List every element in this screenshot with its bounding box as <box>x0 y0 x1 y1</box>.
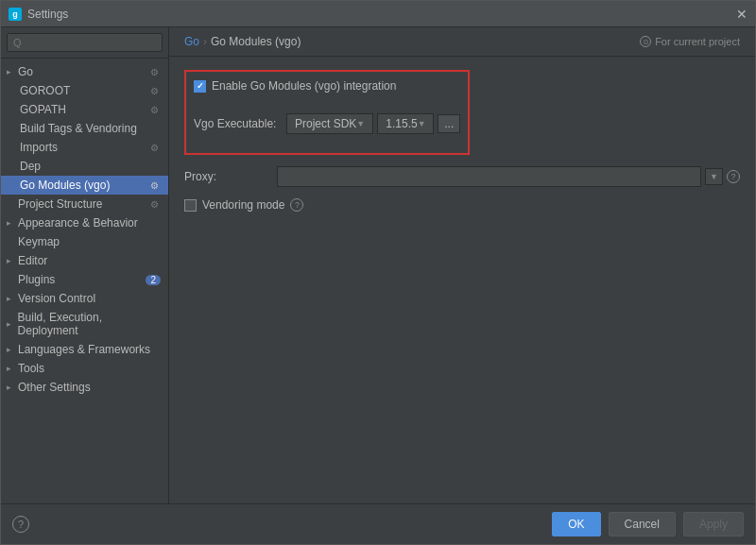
search-input[interactable] <box>7 33 163 52</box>
sidebar-label-appearance: Appearance & Behavior <box>18 216 138 230</box>
go-modules-settings-icon: ⚙ <box>147 179 161 192</box>
vc-caret: ▸ <box>7 294 18 303</box>
sidebar-item-keymap[interactable]: Keymap <box>1 232 168 251</box>
sidebar-item-other-settings[interactable]: ▸ Other Settings <box>1 378 168 397</box>
vendoring-row: Vendoring mode ? <box>184 198 740 212</box>
editor-caret: ▸ <box>7 256 18 265</box>
sidebar-label-go-modules: Go Modules (vgo) <box>20 179 110 192</box>
sidebar-item-goroot[interactable]: GOROOT ⚙ <box>1 81 168 100</box>
sidebar-item-project-structure[interactable]: Project Structure ⚙ <box>1 195 168 213</box>
highlighted-section: Enable Go Modules (vgo) integration Vgo … <box>184 70 470 155</box>
appearance-caret: ▸ <box>7 218 18 228</box>
vgo-dots-button[interactable]: ... <box>438 114 460 133</box>
proxy-wrapper: ▼ ? <box>277 166 740 187</box>
sidebar-item-languages[interactable]: ▸ Languages & Frameworks <box>1 340 168 359</box>
proxy-arrow: ▼ <box>710 172 718 181</box>
search-box <box>1 27 168 59</box>
for-current-label: For current project <box>655 36 740 47</box>
bottom-right: OK Cancel Apply <box>552 512 744 536</box>
vgo-executable-wrapper: Project SDK ▼ 1.15.5 ▼ ... <box>286 113 460 134</box>
goroot-settings-icon: ⚙ <box>147 84 161 97</box>
sidebar-label-vc: Version Control <box>18 292 95 305</box>
sidebar-label-keymap: Keymap <box>18 235 60 248</box>
sidebar-item-build-tags[interactable]: Build Tags & Vendoring <box>1 119 168 138</box>
for-current-project: ⊙ For current project <box>640 36 740 47</box>
breadcrumb: Go › Go Modules (vgo) ⊙ For current proj… <box>169 27 755 57</box>
imports-settings-icon: ⚙ <box>147 141 161 154</box>
breadcrumb-separator: › <box>203 35 207 48</box>
sidebar-item-tools[interactable]: ▸ Tools <box>1 359 168 378</box>
title-bar-left: g Settings <box>9 8 68 21</box>
vgo-dropdown-arrow: ▼ <box>356 119 365 128</box>
vendoring-label: Vendoring mode <box>202 198 284 212</box>
enable-modules-checkbox[interactable] <box>194 80 206 93</box>
sidebar-item-plugins[interactable]: Plugins 2 <box>1 270 168 289</box>
cancel-button[interactable]: Cancel <box>609 512 676 536</box>
close-button[interactable]: ✕ <box>736 8 747 21</box>
sidebar-label-goroot: GOROOT <box>20 84 70 97</box>
sidebar-label-build-tags: Build Tags & Vendoring <box>20 122 137 135</box>
ok-button[interactable]: OK <box>552 512 600 536</box>
sidebar-label-plugins: Plugins <box>18 273 55 286</box>
vendoring-checkbox[interactable] <box>184 199 197 212</box>
proxy-dropdown[interactable]: ▼ <box>705 168 723 185</box>
proxy-input[interactable] <box>277 166 701 187</box>
other-caret: ▸ <box>7 383 18 392</box>
sidebar-label-go: Go <box>18 65 33 78</box>
gopath-settings-icon: ⚙ <box>147 103 161 116</box>
vgo-executable-label: Vgo Executable: <box>194 117 279 130</box>
sidebar-item-gopath[interactable]: GOPATH ⚙ <box>1 100 168 119</box>
sidebar-item-build-exec[interactable]: ▸ Build, Execution, Deployment <box>1 308 168 340</box>
sidebar-item-imports[interactable]: Imports ⚙ <box>1 138 168 157</box>
breadcrumb-current: Go Modules (vgo) <box>211 35 301 48</box>
apply-button[interactable]: Apply <box>683 512 744 536</box>
go-settings-icon: ⚙ <box>147 65 161 78</box>
sidebar-label-gopath: GOPATH <box>20 103 66 116</box>
vgo-version-dropdown[interactable]: 1.15.5 ▼ <box>377 113 434 134</box>
sidebar-item-appearance[interactable]: ▸ Appearance & Behavior <box>1 213 168 232</box>
help-button[interactable]: ? <box>12 516 29 533</box>
for-current-icon: ⊙ <box>640 36 651 47</box>
sidebar-label-editor: Editor <box>18 254 47 267</box>
sidebar-item-go-modules[interactable]: Go Modules (vgo) ⚙ <box>1 176 168 195</box>
sidebar-label-project-structure: Project Structure <box>18 197 102 211</box>
main-content: ▸ Go ⚙ GOROOT ⚙ GOPATH ⚙ Build Tags & Ve… <box>1 27 755 503</box>
bottom-left: ? <box>12 516 29 533</box>
settings-dialog: g Settings ✕ ▸ Go ⚙ GOROOT ⚙ <box>0 0 756 545</box>
app-icon: g <box>9 8 22 21</box>
version-dropdown-arrow: ▼ <box>418 119 426 128</box>
bottom-bar: ? OK Cancel Apply <box>1 503 755 544</box>
vendoring-help-icon[interactable]: ? <box>290 198 303 212</box>
sidebar-item-editor[interactable]: ▸ Editor <box>1 251 168 270</box>
tools-caret: ▸ <box>7 364 18 373</box>
sidebar-label-imports: Imports <box>20 141 58 154</box>
proxy-row: Proxy: ▼ ? <box>184 166 740 187</box>
title-bar: g Settings ✕ <box>1 1 755 27</box>
sidebar-label-other-settings: Other Settings <box>18 381 91 394</box>
proxy-label: Proxy: <box>184 170 269 183</box>
vgo-executable-row: Vgo Executable: Project SDK ▼ 1.15.5 ▼ .… <box>194 113 460 134</box>
settings-panel: Enable Go Modules (vgo) integration Vgo … <box>169 57 755 503</box>
breadcrumb-parent[interactable]: Go <box>184 35 199 48</box>
sidebar-label-tools: Tools <box>18 362 44 375</box>
sidebar-item-go[interactable]: ▸ Go ⚙ <box>1 62 168 81</box>
sidebar: ▸ Go ⚙ GOROOT ⚙ GOPATH ⚙ Build Tags & Ve… <box>1 27 169 503</box>
vgo-executable-dropdown[interactable]: Project SDK ▼ <box>286 113 373 134</box>
sidebar-label-dep: Dep <box>20 160 41 173</box>
go-caret: ▸ <box>7 67 18 77</box>
vgo-executable-value: Project SDK <box>295 117 356 130</box>
lang-caret: ▸ <box>7 345 18 354</box>
vgo-version-value: 1.15.5 <box>386 117 417 130</box>
sidebar-label-build-exec: Build, Execution, Deployment <box>18 311 161 337</box>
enable-modules-label: Enable Go Modules (vgo) integration <box>212 79 396 93</box>
enable-modules-row: Enable Go Modules (vgo) integration <box>194 79 460 93</box>
sidebar-items: ▸ Go ⚙ GOROOT ⚙ GOPATH ⚙ Build Tags & Ve… <box>1 59 168 503</box>
sidebar-item-dep[interactable]: Dep <box>1 157 168 176</box>
dialog-title: Settings <box>27 8 68 21</box>
sidebar-label-languages: Languages & Frameworks <box>18 343 150 356</box>
sidebar-item-version-control[interactable]: ▸ Version Control <box>1 289 168 308</box>
build-caret: ▸ <box>7 319 18 329</box>
plugins-badge: 2 <box>146 275 161 285</box>
content-area: Go › Go Modules (vgo) ⊙ For current proj… <box>169 27 755 503</box>
proxy-help-icon[interactable]: ? <box>727 170 740 183</box>
